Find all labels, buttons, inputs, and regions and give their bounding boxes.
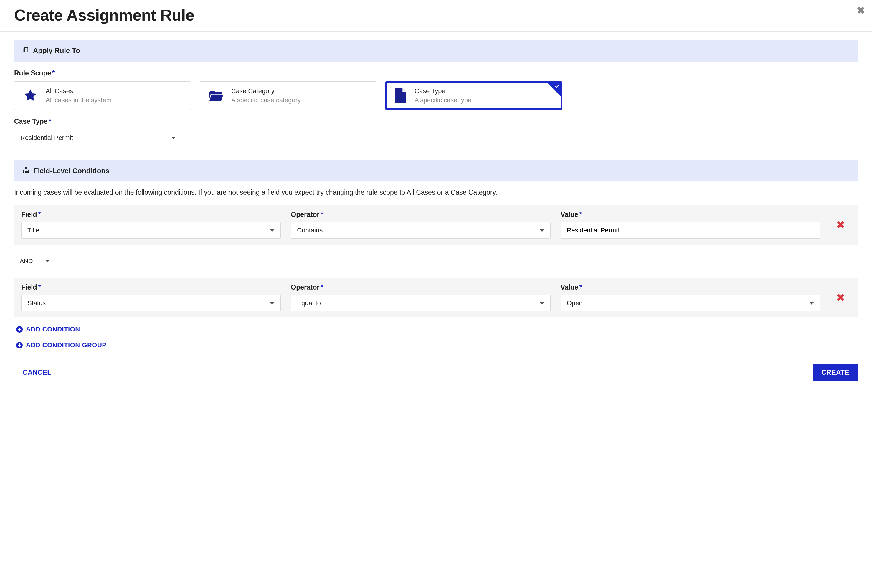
chevron-down-icon bbox=[171, 137, 176, 140]
chevron-down-icon bbox=[540, 302, 544, 304]
conditions-section: Field-Level Conditions Incoming cases wi… bbox=[14, 160, 858, 349]
case-type-select[interactable]: Residential Permit bbox=[14, 130, 182, 146]
add-condition-button[interactable]: ADD CONDITION bbox=[14, 326, 858, 333]
remove-condition-icon[interactable]: ✖ bbox=[836, 220, 845, 230]
copy-icon bbox=[22, 46, 29, 55]
required-asterisk: * bbox=[580, 211, 582, 219]
svg-rect-12 bbox=[19, 328, 20, 331]
apply-rule-to-heading: Apply Rule To bbox=[14, 40, 858, 62]
folder-open-icon bbox=[208, 90, 223, 102]
condition-value-select[interactable]: Open bbox=[560, 295, 820, 311]
required-asterisk: * bbox=[580, 284, 582, 291]
star-icon bbox=[23, 88, 38, 104]
condition-operator-col: Operator * Equal to bbox=[291, 284, 550, 311]
sitemap-icon bbox=[22, 167, 30, 175]
create-button[interactable]: CREATE bbox=[813, 363, 858, 381]
required-asterisk: * bbox=[49, 117, 51, 126]
section-title: Field-Level Conditions bbox=[34, 167, 109, 175]
modal-header: Create Assignment Rule bbox=[0, 0, 872, 32]
scope-card-title: Case Type bbox=[415, 87, 471, 96]
remove-condition-cell: ✖ bbox=[830, 211, 851, 238]
chevron-down-icon bbox=[540, 229, 544, 232]
condition-operator-select[interactable]: Equal to bbox=[291, 295, 550, 311]
logic-connector: AND bbox=[14, 253, 858, 269]
remove-condition-icon[interactable]: ✖ bbox=[836, 292, 845, 303]
condition-row: Field * Title Operator * Contains bbox=[14, 205, 858, 244]
scope-card-subtitle: A specific case category bbox=[231, 96, 301, 105]
svg-rect-4 bbox=[27, 171, 29, 173]
chevron-down-icon bbox=[270, 302, 274, 304]
required-asterisk: * bbox=[38, 284, 41, 291]
condition-field-select[interactable]: Title bbox=[21, 222, 281, 238]
case-type-field: Case Type * Residential Permit bbox=[14, 117, 858, 146]
plus-circle-icon bbox=[16, 342, 23, 349]
condition-logic-select[interactable]: AND bbox=[14, 253, 55, 269]
section-title: Apply Rule To bbox=[33, 46, 80, 55]
scope-card-subtitle: All cases in the system bbox=[46, 96, 112, 105]
condition-value-col: Value * bbox=[560, 211, 820, 238]
rule-scope-label: Rule Scope * bbox=[14, 69, 858, 77]
condition-value-col: Value * Open bbox=[560, 284, 820, 311]
svg-rect-1 bbox=[25, 167, 27, 168]
field-label: Field * bbox=[21, 211, 281, 219]
svg-rect-15 bbox=[19, 344, 20, 347]
operator-label: Operator * bbox=[291, 211, 550, 219]
required-asterisk: * bbox=[38, 211, 41, 219]
svg-rect-9 bbox=[28, 170, 28, 171]
create-assignment-rule-modal: ✖ Create Assignment Rule Apply Rule To R… bbox=[0, 0, 872, 588]
condition-row: Field * Status Operator * Equal to bbox=[14, 278, 858, 317]
modal-footer: CANCEL CREATE bbox=[0, 356, 872, 388]
condition-field-col: Field * Title bbox=[21, 211, 281, 238]
condition-field-select[interactable]: Status bbox=[21, 295, 281, 311]
modal-body: Apply Rule To Rule Scope * All Cases All… bbox=[0, 32, 872, 356]
field-label: Field * bbox=[21, 284, 281, 291]
selected-corner bbox=[547, 82, 561, 97]
add-links: ADD CONDITION ADD CONDITION GROUP bbox=[14, 326, 858, 349]
operator-label: Operator * bbox=[291, 284, 550, 291]
file-icon bbox=[394, 88, 407, 104]
value-label: Value * bbox=[560, 211, 820, 219]
conditions-heading: Field-Level Conditions bbox=[14, 160, 858, 182]
required-asterisk: * bbox=[52, 69, 55, 77]
cancel-button[interactable]: CANCEL bbox=[14, 363, 60, 381]
remove-condition-cell: ✖ bbox=[830, 284, 851, 311]
scope-cards: All Cases All cases in the system Case C… bbox=[14, 81, 858, 110]
chevron-down-icon bbox=[270, 229, 274, 232]
condition-operator-col: Operator * Contains bbox=[291, 211, 550, 238]
chevron-down-icon bbox=[45, 260, 50, 262]
plus-circle-icon bbox=[16, 326, 23, 333]
condition-field-col: Field * Status bbox=[21, 284, 281, 311]
close-icon[interactable]: ✖ bbox=[857, 5, 865, 15]
scope-card-title: Case Category bbox=[231, 87, 301, 96]
value-label: Value * bbox=[560, 284, 820, 291]
chevron-down-icon bbox=[809, 302, 814, 304]
scope-card-title: All Cases bbox=[46, 87, 112, 96]
condition-value-input[interactable] bbox=[560, 222, 820, 238]
conditions-description: Incoming cases will be evaluated on the … bbox=[14, 189, 858, 196]
required-asterisk: * bbox=[321, 211, 323, 219]
scope-card-subtitle: A specific case type bbox=[415, 96, 471, 105]
svg-rect-0 bbox=[24, 48, 28, 52]
case-type-label: Case Type * bbox=[14, 117, 858, 126]
case-type-value: Residential Permit bbox=[20, 134, 73, 142]
svg-rect-3 bbox=[25, 171, 27, 173]
scope-card-all-cases[interactable]: All Cases All cases in the system bbox=[14, 81, 191, 110]
svg-rect-7 bbox=[23, 170, 24, 171]
required-asterisk: * bbox=[321, 284, 323, 291]
scope-card-case-type[interactable]: Case Type A specific case type bbox=[385, 81, 562, 110]
scope-card-case-category[interactable]: Case Category A specific case category bbox=[200, 81, 376, 110]
modal-title: Create Assignment Rule bbox=[14, 6, 858, 24]
svg-rect-2 bbox=[23, 171, 24, 173]
condition-operator-select[interactable]: Contains bbox=[291, 222, 550, 238]
svg-rect-8 bbox=[25, 170, 26, 171]
rule-scope-field: Rule Scope * All Cases All cases in the … bbox=[14, 69, 858, 110]
add-condition-group-button[interactable]: ADD CONDITION GROUP bbox=[14, 341, 858, 349]
